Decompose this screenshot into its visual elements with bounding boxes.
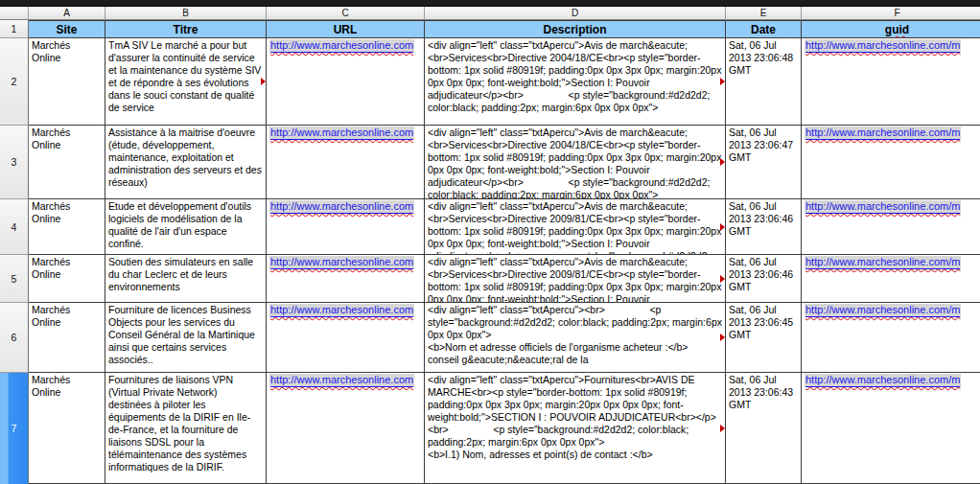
cell-site[interactable]: Marchés Online [29,38,105,126]
row-header-5[interactable]: 5 [0,255,29,303]
guid-link-text: http://www.marchesonline.com/m [805,127,960,138]
cell-titre[interactable]: Etude et développement d'outils logiciel… [105,199,267,255]
column-header-c[interactable]: C [267,7,425,20]
table-row: 4 Marchés Online Etude et développement … [0,199,980,255]
cell-date[interactable]: Sat, 06 Jul 2013 23:06:45 GMT [726,303,802,373]
cell-guid[interactable]: http://www.marchesonline.com/m [802,199,980,255]
row-header-1[interactable]: 1 [0,20,29,38]
cell-description[interactable]: <div align="left" class="txtApercu"><br>… [425,303,726,373]
cell-url[interactable]: http://www.marchesonline.com [267,126,425,199]
cell-site[interactable]: Marchés Online [29,255,105,303]
header-cell-titre[interactable]: Titre [105,20,267,38]
guid-link[interactable]: http://www.marchesonline.com/m [805,39,961,52]
guid-link[interactable]: http://www.marchesonline.com/m [805,256,961,268]
guid-link[interactable]: http://www.marchesonline.com/m [805,127,961,139]
titre-text: TmA SIV Le marché a pour but d'assurer l… [108,39,263,114]
guid-header-label: guid [885,24,909,35]
overflow-indicator-icon [720,334,725,341]
cell-description[interactable]: <div align="left" class="txtApercu">Avis… [425,38,726,126]
url-link-text: http://www.marchesonline.com [270,256,413,267]
cell-titre[interactable]: Fourniture de licences Business Objects … [105,303,267,373]
cell-date[interactable]: Sat, 06 Jul 2013 23:06:43 GMT [726,373,802,484]
url-link[interactable]: http://www.marchesonline.com [269,127,414,139]
cell-guid[interactable]: http://www.marchesonline.com/m [802,303,980,373]
cell-titre[interactable]: Soutien des simulateurs en salle du char… [105,255,267,303]
table-row: 2 Marchés Online TmA SIV Le marché a pou… [0,38,980,126]
url-link[interactable]: http://www.marchesonline.com [269,200,414,213]
cell-date[interactable]: Sat, 06 Jul 2013 23:06:46 GMT [726,255,802,303]
guid-link-text: http://www.marchesonline.com/m [805,256,960,267]
guid-link-text: http://www.marchesonline.com/m [805,200,960,212]
overflow-indicator-icon [720,425,725,432]
column-header-b[interactable]: B [105,7,267,20]
cell-site[interactable]: Marchés Online [29,373,105,484]
column-header-f[interactable]: F [802,7,980,20]
cell-description[interactable]: <div align="left" class="txtApercu">Avis… [425,126,726,199]
row-header-3[interactable]: 3 [0,126,29,199]
column-header-d[interactable]: D [425,7,726,20]
cell-description[interactable]: <div align="left" class="txtApercu">Avis… [425,255,726,303]
guid-link-text: http://www.marchesonline.com/m [805,374,960,385]
cell-guid[interactable]: http://www.marchesonline.com/m [802,255,980,303]
cell-date[interactable]: Sat, 06 Jul 2013 23:06:46 GMT [726,199,802,255]
url-link[interactable]: http://www.marchesonline.com [269,39,414,52]
table-row: 7 Marchés Online Fournitures de liaisons… [0,373,980,484]
cell-titre[interactable]: TmA SIV Le marché a pour but d'assurer l… [105,38,267,126]
guid-link[interactable]: http://www.marchesonline.com/m [805,304,961,316]
guid-link[interactable]: http://www.marchesonline.com/m [805,374,961,386]
guid-link-text: http://www.marchesonline.com/m [805,304,960,315]
header-cell-description[interactable]: Description [425,20,726,38]
cell-url[interactable]: http://www.marchesonline.com [267,373,425,484]
cell-site[interactable]: Marchés Online [29,126,105,199]
url-link[interactable]: http://www.marchesonline.com [269,374,414,386]
table-header-row: 1 Site Titre URL Description Date guid [0,20,980,38]
description-text: <div align="left" class="txtApercu">Four… [428,374,722,461]
column-header-e[interactable]: E [726,7,802,20]
header-cell-url[interactable]: URL [267,20,425,38]
select-all-corner[interactable] [0,7,29,20]
table-row: 6 Marchés Online Fourniture de licences … [0,303,980,373]
cell-date[interactable]: Sat, 06 Jul 2013 23:06:47 GMT [726,126,802,199]
guid-link[interactable]: http://www.marchesonline.com/m [805,200,961,213]
column-header-a[interactable]: A [29,7,105,20]
row-header-4[interactable]: 4 [0,199,29,255]
url-link-text: http://www.marchesonline.com [270,304,413,315]
cell-date[interactable]: Sat, 06 Jul 2013 23:06:48 GMT [726,38,802,126]
overflow-indicator-icon [261,78,266,85]
cell-site[interactable]: Marchés Online [29,199,105,255]
cell-guid[interactable]: http://www.marchesonline.com/m [802,38,980,126]
guid-link-text: http://www.marchesonline.com/m [805,39,960,51]
cell-site[interactable]: Marchés Online [29,303,105,373]
cell-url[interactable]: http://www.marchesonline.com [267,199,425,255]
window-top-edge [0,0,980,7]
url-link-text: http://www.marchesonline.com [270,200,413,212]
url-link[interactable]: http://www.marchesonline.com [269,256,414,268]
cell-url[interactable]: http://www.marchesonline.com [267,303,425,373]
row-header-6[interactable]: 6 [0,303,29,373]
url-link-text: http://www.marchesonline.com [270,39,413,51]
column-header-strip: A B C D E F [0,7,980,20]
row-header-7-selected[interactable]: 7 [0,373,29,484]
url-link[interactable]: http://www.marchesonline.com [269,304,414,316]
overflow-indicator-icon [720,78,725,85]
description-text: <div align="left" class="txtApercu">Avis… [428,39,722,114]
overflow-indicator-icon [720,158,725,166]
header-cell-date[interactable]: Date [726,20,802,38]
description-text: <div align="left" class="txtApercu"><br>… [428,304,722,366]
cell-url[interactable]: http://www.marchesonline.com [267,38,425,126]
cell-guid[interactable]: http://www.marchesonline.com/m [802,126,980,199]
url-link-text: http://www.marchesonline.com [270,127,413,138]
row-header-2[interactable]: 2 [0,38,29,126]
header-cell-site[interactable]: Site [29,20,105,38]
cell-description[interactable]: <div align="left" class="txtApercu">Four… [425,373,726,484]
overflow-indicator-icon [720,275,725,283]
cell-guid[interactable]: http://www.marchesonline.com/m [802,373,980,484]
header-cell-guid[interactable]: guid [802,20,980,38]
cell-description[interactable]: <div align="left" class="txtApercu">Avis… [425,199,726,255]
table-row: 5 Marchés Online Soutien des simulateurs… [0,255,980,303]
description-text: <div align="left" class="txtApercu">Avis… [428,200,722,255]
cell-titre[interactable]: Fournitures de liaisons VPN (Virtual Pri… [105,373,267,484]
overflow-indicator-icon [720,223,725,231]
cell-url[interactable]: http://www.marchesonline.com [267,255,425,303]
cell-titre[interactable]: Assistance à la maitrise d'oeuvre (étude… [105,126,267,199]
